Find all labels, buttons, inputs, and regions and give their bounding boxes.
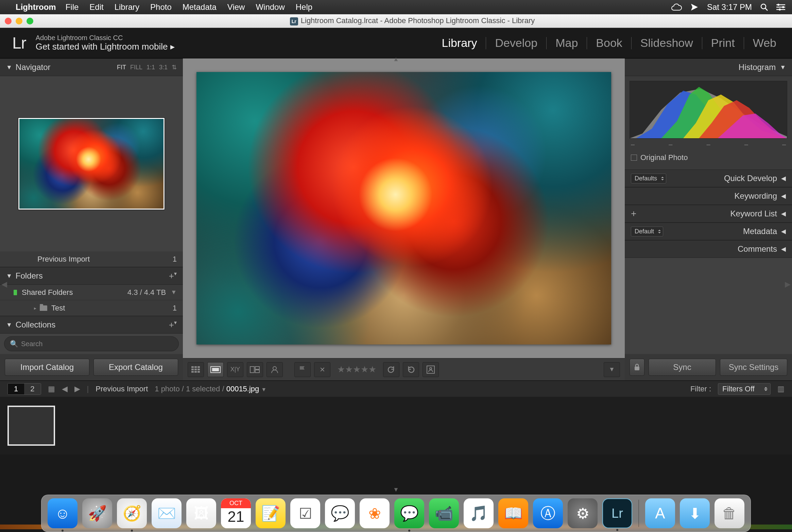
module-book[interactable]: Book [590, 36, 628, 50]
add-keyword-button[interactable]: + [631, 208, 636, 219]
volume-row[interactable]: Shared Folders 4.3 / 4.4 TB ▼ [0, 285, 183, 300]
dock-app-reminders[interactable]: ☑︎ [290, 498, 320, 528]
screen-1[interactable]: 1 [8, 384, 24, 394]
dock-app-music[interactable]: 🎵 [464, 498, 494, 528]
keywording-header[interactable]: Keywording ◀ [625, 187, 792, 205]
menu-photo[interactable]: Photo [150, 2, 172, 12]
dock-app-books[interactable]: 📖 [498, 498, 528, 528]
sync-lock-button[interactable] [630, 359, 644, 376]
metadata-header[interactable]: Default Metadata ◀ [625, 223, 792, 240]
dock-app-safari[interactable]: 🧭 [117, 498, 147, 528]
filter-lock-icon[interactable]: ▥ [777, 385, 785, 393]
quick-develop-header[interactable]: Defaults Quick Develop ◀ [625, 170, 792, 187]
filter-dropdown[interactable]: Filters Off [718, 383, 771, 395]
module-library[interactable]: Library [436, 36, 482, 50]
metadata-preset-dropdown[interactable]: Default [631, 227, 663, 236]
keyword-list-header[interactable]: + Keyword List ◀ [625, 205, 792, 223]
filmstrip-thumbnail[interactable] [7, 406, 55, 446]
window-close-button[interactable] [5, 18, 12, 24]
window-minimize-button[interactable] [16, 18, 22, 24]
collections-search-input[interactable]: 🔍 Search [4, 336, 179, 351]
loupe-view-button[interactable] [207, 362, 224, 377]
module-map[interactable]: Map [550, 36, 583, 50]
folders-header[interactable]: ▼ Folders +▾ [0, 267, 183, 285]
navigator-preview[interactable] [0, 76, 183, 251]
dock-app-facetime[interactable]: 📹 [429, 498, 459, 528]
bottom-panel-toggle[interactable]: ▼ [393, 486, 399, 493]
navigator-header[interactable]: ▼ Navigator FIT FILL 1:1 3:1 ⇅ [0, 58, 183, 76]
main-image[interactable] [196, 72, 611, 344]
creative-cloud-icon[interactable] [670, 3, 682, 11]
filmstrip[interactable] [0, 397, 792, 455]
menubar-clock[interactable]: Sat 3:17 PM [707, 2, 752, 12]
grid-view-button[interactable] [188, 362, 204, 377]
toolbar-options-button[interactable]: ▼ [604, 362, 620, 377]
folder-row[interactable]: ▸ Test 1 [0, 300, 183, 316]
right-panel-toggle[interactable]: ▶ [785, 280, 791, 289]
dock-apps-folder[interactable]: A [645, 498, 675, 528]
zoom-3to1[interactable]: 3:1 [159, 64, 168, 71]
window-zoom-button[interactable] [27, 18, 33, 24]
sync-settings-button[interactable]: Sync Settings [720, 359, 787, 376]
dock-app-calendar[interactable]: OCT21 [221, 498, 251, 528]
flag-reject-button[interactable]: ✕ [314, 362, 330, 377]
folder-expand-icon[interactable]: ▸ [34, 305, 36, 311]
add-collection-button[interactable]: +▾ [169, 319, 177, 330]
menu-edit[interactable]: Edit [89, 2, 103, 12]
import-catalog-button[interactable]: Import Catalog [5, 359, 89, 376]
dock-trash[interactable]: 🗑 [714, 498, 744, 528]
zoom-stepper-icon[interactable]: ⇅ [172, 64, 177, 71]
flag-pick-button[interactable] [294, 362, 311, 377]
spotlight-icon[interactable] [760, 3, 768, 11]
dock-app-settings[interactable]: ⚙︎ [568, 498, 598, 528]
zoom-fit[interactable]: FIT [117, 64, 126, 71]
screen-2[interactable]: 2 [24, 384, 40, 394]
dock-app-mail[interactable]: ✉️ [152, 498, 182, 528]
dock-app-photos[interactable]: ❀ [360, 498, 390, 528]
collections-header[interactable]: ▼ Collections +▾ [0, 316, 183, 334]
breadcrumb-dropdown-icon[interactable]: ▼ [261, 387, 266, 392]
menu-help[interactable]: Help [296, 2, 312, 12]
nav-next-button[interactable]: ▶ [74, 385, 80, 393]
module-slideshow[interactable]: Slideshow [635, 36, 699, 50]
dock-app-messages-alt[interactable]: 💬 [325, 498, 355, 528]
rotate-cw-button[interactable] [403, 362, 419, 377]
module-develop[interactable]: Develop [489, 36, 543, 50]
status-icon[interactable] [690, 3, 699, 12]
sync-button[interactable]: Sync [649, 359, 716, 376]
survey-view-button[interactable] [247, 362, 263, 377]
dock-app-notes[interactable]: 📝 [256, 498, 286, 528]
comments-header[interactable]: Comments ◀ [625, 240, 792, 258]
histogram-header[interactable]: Histogram ▼ [625, 58, 792, 76]
dock-app-launchpad[interactable]: 🚀 [82, 498, 112, 528]
quickdev-preset-dropdown[interactable]: Defaults [631, 174, 666, 183]
menu-view[interactable]: View [227, 2, 245, 12]
module-web[interactable]: Web [747, 36, 782, 50]
menu-window[interactable]: Window [256, 2, 285, 12]
left-panel-toggle[interactable]: ◀ [1, 280, 7, 289]
dock-app-lightroom[interactable]: Lr [602, 498, 632, 528]
zoom-1to1[interactable]: 1:1 [147, 64, 155, 71]
compare-view-button[interactable]: X|Y [227, 362, 243, 377]
top-panel-toggle[interactable]: ▲ [393, 56, 399, 63]
rotate-ccw-button[interactable] [383, 362, 399, 377]
grid-icon[interactable]: ▦ [48, 385, 55, 393]
catalog-previous-import-row[interactable]: Previous Import 1 [0, 251, 183, 267]
histogram-graph[interactable] [630, 81, 787, 139]
idplate-line2[interactable]: Get started with Lightroom mobile ▸ [36, 41, 175, 52]
volume-disclosure-icon[interactable]: ▼ [171, 289, 177, 296]
menu-metadata[interactable]: Metadata [183, 2, 217, 12]
add-folder-button[interactable]: +▾ [169, 270, 177, 281]
nav-prev-button[interactable]: ◀ [62, 385, 68, 393]
menubar-app-name[interactable]: Lightroom [16, 2, 56, 12]
zoom-fill[interactable]: FILL [130, 64, 142, 71]
dock-app-finder[interactable]: ☺ [48, 498, 78, 528]
rating-stars[interactable]: ★★★★★ [334, 364, 380, 375]
people-view-button[interactable] [266, 362, 283, 377]
export-catalog-button[interactable]: Export Catalog [93, 359, 178, 376]
original-photo-checkbox[interactable]: Original Photo [630, 150, 787, 165]
dock-app-messages[interactable]: 💬 [394, 498, 424, 528]
screen-switcher[interactable]: 12 [7, 383, 41, 395]
menu-library[interactable]: Library [115, 2, 139, 12]
control-center-icon[interactable] [776, 4, 785, 11]
